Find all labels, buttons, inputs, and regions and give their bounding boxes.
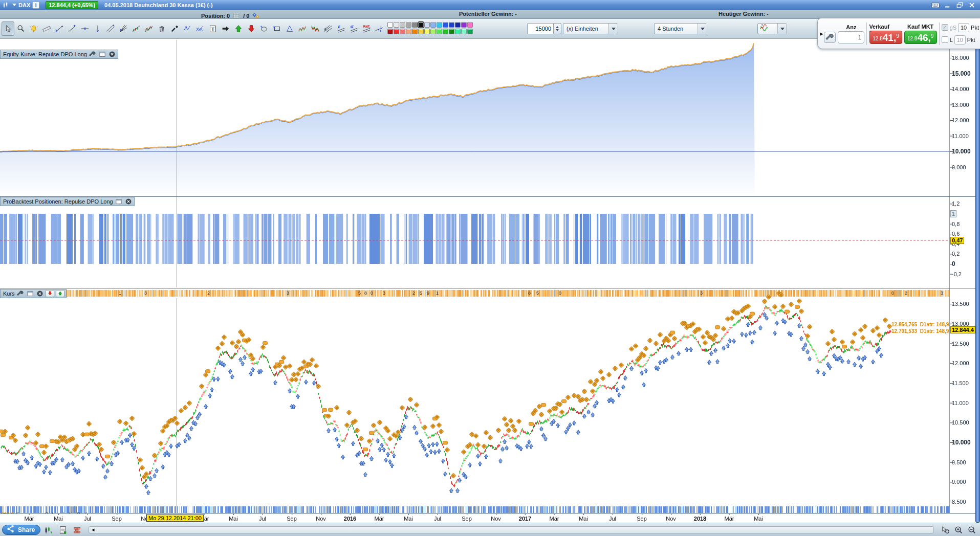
bottom-toolbar: Share ◂ <box>0 523 980 536</box>
time-axis-label: Mai <box>54 516 63 522</box>
close-panel-icon[interactable] <box>36 290 44 297</box>
time-axis-label: Mai <box>579 516 588 522</box>
guaranteed-stop-label: gS <box>950 25 956 31</box>
zoom-out-icon[interactable] <box>966 524 978 535</box>
points-label: Pkt <box>967 37 975 43</box>
buy-price-big: 46, <box>917 33 930 42</box>
positions-panel-tab[interactable]: ProBacktest Positionen: Repulse DPO Long <box>0 197 135 206</box>
quantity-label: Anz <box>846 24 856 31</box>
time-axis-label: Nov <box>316 516 326 522</box>
panel-expand-arrow-icon[interactable]: ▶ <box>820 31 824 36</box>
time-axis-label: Mär <box>25 516 34 522</box>
order-panel: ▶ Anz Verkauf MKT 12.841,9 Kauf MKT 12.8… <box>817 18 980 49</box>
time-axis-label: Nov <box>666 516 676 522</box>
buy-price-sup: 9 <box>931 31 934 41</box>
share-label: Share <box>18 526 35 533</box>
time-axis-label: Mai <box>229 516 238 522</box>
maximize-icon[interactable] <box>115 198 123 205</box>
horizontal-scrollbar[interactable]: ◂ <box>89 526 934 533</box>
sell-market-label: Verkauf MKT <box>869 24 902 31</box>
order-settings-button[interactable] <box>824 32 836 43</box>
stop-points-input[interactable] <box>958 23 969 32</box>
sell-arrow-button[interactable] <box>46 290 54 297</box>
wrench-icon[interactable] <box>89 51 97 58</box>
time-axis-label: Mär <box>725 516 734 522</box>
time-axis-label: Sep <box>112 516 122 522</box>
time-axis-label: Mai <box>754 516 763 522</box>
limit-label: L <box>950 37 953 43</box>
time-axis-label: 2016 <box>344 516 356 522</box>
close-panel-icon[interactable] <box>124 198 133 205</box>
time-axis-label: 2018 <box>694 516 706 522</box>
close-panel-icon[interactable] <box>108 51 116 58</box>
scroll-left-icon[interactable]: ◂ <box>89 527 97 533</box>
buy-price-small: 12.8 <box>907 35 917 42</box>
buy-market-button[interactable]: 12.846,9 <box>904 31 937 44</box>
sell-price-sup: 9 <box>896 31 899 41</box>
time-axis-label: Jul <box>609 516 616 522</box>
candlestick-alert-icon[interactable] <box>42 524 55 535</box>
sell-price-small: 12.8 <box>873 35 882 42</box>
time-axis-label: Mär <box>550 516 559 522</box>
time-axis-label: Sep <box>287 516 297 522</box>
time-axis-label: Nov <box>491 516 501 522</box>
positions-panel-title: ProBacktest Positionen: Repulse DPO Long <box>3 198 113 205</box>
zoom-in-icon[interactable] <box>952 524 965 535</box>
limit-points-input[interactable] <box>954 35 966 44</box>
chart-canvas[interactable] <box>0 0 980 536</box>
time-axis-label: Jul <box>84 516 91 522</box>
time-axis-label: Jul <box>434 516 441 522</box>
time-axis-label: Sep <box>637 516 647 522</box>
market-depth-icon[interactable] <box>71 524 83 535</box>
backtest-start-date-label: Mo 29.12.2014 21:00 <box>146 515 204 522</box>
buy-arrow-button[interactable] <box>56 290 64 297</box>
time-axis-label: Mär <box>375 516 384 522</box>
trading-platform-window: DAX i 12.844,4 (+0,65%) 04.05.2018 Deuts… <box>0 0 980 536</box>
guaranteed-stop-checkbox[interactable]: ✓ <box>942 24 948 31</box>
time-axis: Mo 29.12.2014 21:00 MärMaiJulSepNovMärMa… <box>0 513 980 523</box>
buy-market-label: Kauf MKT <box>907 24 933 31</box>
maximize-icon[interactable] <box>98 51 106 58</box>
vertical-scrollbar[interactable] <box>975 39 980 523</box>
share-icon <box>6 524 16 535</box>
time-axis-label: Jul <box>259 516 266 522</box>
points-label: Pkt <box>971 25 979 31</box>
news-icon[interactable] <box>57 524 69 535</box>
maximize-icon[interactable] <box>26 290 34 297</box>
time-axis-label: Mai <box>404 516 413 522</box>
limit-checkbox[interactable] <box>942 36 948 43</box>
equity-panel-title: Equity-Kurve: Repulse DPO Long <box>3 51 87 57</box>
quantity-input[interactable] <box>838 31 864 43</box>
wrench-icon[interactable] <box>16 290 25 297</box>
sell-price-big: 41, <box>883 33 896 42</box>
sell-market-button[interactable]: 12.841,9 <box>869 31 902 44</box>
equity-panel-tab[interactable]: Equity-Kurve: Repulse DPO Long <box>0 50 118 59</box>
share-button[interactable]: Share <box>2 525 40 535</box>
pointer-zoom-icon[interactable] <box>939 524 951 535</box>
kurs-panel-tab[interactable]: Kurs <box>0 289 67 298</box>
time-axis-label: 2017 <box>519 516 531 522</box>
time-axis-label: Sep <box>462 516 472 522</box>
kurs-panel-title: Kurs <box>3 291 15 297</box>
